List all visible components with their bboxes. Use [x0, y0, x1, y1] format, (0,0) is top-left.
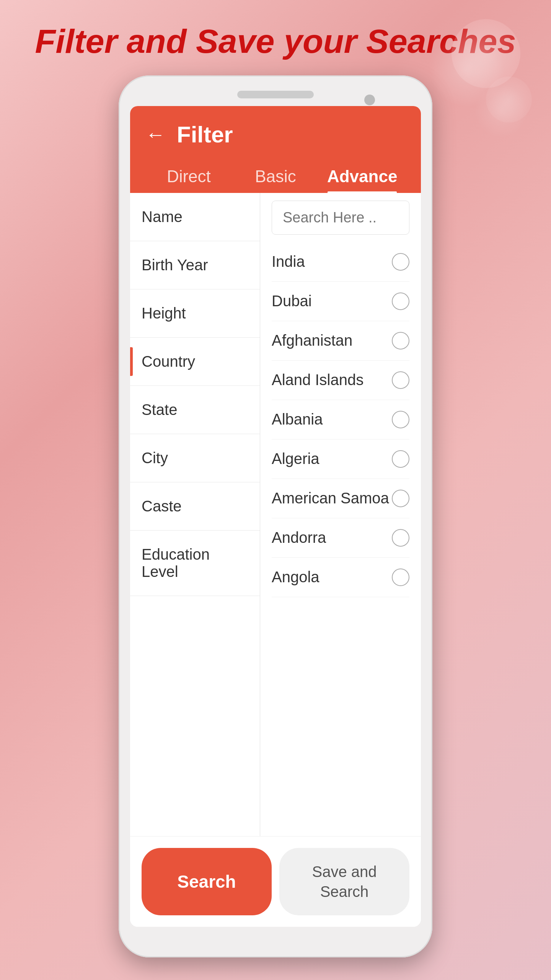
search-button[interactable]: Search	[142, 848, 272, 915]
phone-camera	[364, 95, 375, 105]
country-item-angola: Angola	[272, 558, 409, 597]
search-input[interactable]	[272, 201, 409, 235]
tab-direct[interactable]: Direct	[145, 159, 232, 193]
filter-item-state[interactable]: State	[130, 386, 260, 434]
filter-item-caste[interactable]: Caste	[130, 482, 260, 531]
country-item-dubai: Dubai	[272, 282, 409, 321]
back-button[interactable]: ←	[145, 124, 165, 144]
save-and-search-button[interactable]: Save and Search	[279, 848, 409, 915]
filter-item-height[interactable]: Height	[130, 289, 260, 338]
country-item-albania: Albania	[272, 400, 409, 439]
country-item-afghanistan: Afghanistan	[272, 321, 409, 361]
radio-dubai[interactable]	[392, 292, 409, 310]
tab-basic[interactable]: Basic	[232, 159, 319, 193]
country-item-andorra: Andorra	[272, 518, 409, 558]
country-item-aland-islands: Aland Islands	[272, 361, 409, 400]
country-item-algeria: Algeria	[272, 439, 409, 479]
radio-american-samoa[interactable]	[392, 490, 409, 507]
radio-albania[interactable]	[392, 411, 409, 428]
country-list: India Dubai Afghanistan Aland Islands Al…	[260, 193, 421, 836]
filter-sidebar: Name Birth Year Height Country State Cit…	[130, 193, 260, 836]
filter-item-birth-year[interactable]: Birth Year	[130, 241, 260, 289]
filter-item-city[interactable]: City	[130, 434, 260, 482]
radio-india[interactable]	[392, 253, 409, 271]
filter-item-name[interactable]: Name	[130, 193, 260, 241]
phone-speaker	[237, 91, 314, 98]
radio-andorra[interactable]	[392, 529, 409, 547]
filter-item-education-level[interactable]: Education Level	[130, 531, 260, 596]
country-item-american-samoa: American Samoa	[272, 479, 409, 518]
header-title: Filter	[177, 121, 233, 148]
content-area: Name Birth Year Height Country State Cit…	[130, 193, 421, 836]
radio-afghanistan[interactable]	[392, 332, 409, 350]
radio-aland-islands[interactable]	[392, 371, 409, 389]
bottom-bar: Search Save and Search	[130, 836, 421, 927]
filter-item-country[interactable]: Country	[130, 338, 260, 386]
page-title: Filter and Save your Searches	[0, 23, 551, 60]
tab-advance[interactable]: Advance	[319, 159, 406, 193]
country-item-india: India	[272, 242, 409, 282]
app-header: ← Filter Direct Basic Advance	[130, 106, 421, 193]
tab-bar: Direct Basic Advance	[145, 159, 406, 193]
phone-bottom	[130, 927, 421, 942]
phone-screen: ← Filter Direct Basic Advance Name Birth…	[130, 106, 421, 927]
radio-angola[interactable]	[392, 568, 409, 586]
phone-frame: ← Filter Direct Basic Advance Name Birth…	[119, 75, 432, 957]
radio-algeria[interactable]	[392, 450, 409, 468]
